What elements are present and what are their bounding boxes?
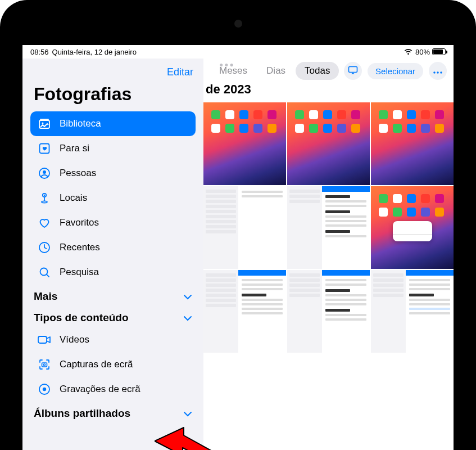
search-icon [37, 265, 52, 280]
svg-point-1 [42, 123, 44, 124]
photo-thumb[interactable] [287, 102, 370, 185]
svg-point-4 [43, 170, 46, 174]
battery-icon [432, 48, 446, 55]
sidebar-item-label: Capturas de ecrã [60, 359, 133, 370]
camera-viewfinder-icon [37, 357, 52, 372]
sidebar-item-label: Recentes [60, 242, 100, 253]
sidebar-item-label: Para si [60, 143, 89, 154]
sidebar-item-favorites[interactable]: Favoritos [30, 210, 196, 235]
svg-point-6 [44, 195, 45, 196]
sidebar-item-label: Pesquisa [60, 267, 99, 278]
photo-thumb[interactable] [371, 186, 454, 269]
segment-all[interactable]: Todas [296, 62, 339, 80]
photo-grid [203, 102, 454, 353]
for-you-icon [37, 141, 52, 156]
sidebar-title: Fotografias [22, 80, 203, 111]
status-date: Quinta-feira, 12 de janeiro [52, 48, 137, 56]
photo-thumb[interactable] [371, 102, 454, 185]
svg-point-7 [42, 201, 47, 202]
photo-thumb[interactable] [203, 270, 286, 353]
svg-point-16 [433, 71, 436, 74]
status-bar: 08:56 Quinta-feira, 12 de janeiro 80% [22, 45, 454, 58]
sidebar-item-label: Locais [60, 192, 87, 204]
record-circle-icon [37, 382, 52, 397]
svg-rect-11 [42, 363, 47, 367]
toolbar: Meses Dias Todas Selecionar [203, 58, 454, 80]
sidebar-item-label: Vídeos [60, 334, 89, 345]
wifi-icon [404, 48, 413, 55]
airplay-button[interactable] [344, 62, 362, 80]
sidebar-item-label: Pessoas [60, 168, 96, 179]
section-label: Tipos de conteúdo [34, 312, 129, 324]
sidebar-item-recents[interactable]: Recentes [30, 235, 196, 260]
chevron-down-icon [183, 312, 192, 324]
section-header-content-types[interactable]: Tipos de conteúdo [22, 306, 203, 327]
svg-rect-15 [349, 66, 357, 72]
sidebar-item-library[interactable]: Biblioteca [30, 111, 196, 136]
sidebar-item-label: Biblioteca [60, 118, 101, 129]
ipad-bezel: 08:56 Quinta-feira, 12 de janeiro 80% ●●… [0, 0, 476, 450]
sidebar-item-screenshots[interactable]: Capturas de ecrã [30, 352, 196, 377]
more-button[interactable] [429, 62, 447, 80]
photo-thumb[interactable] [203, 102, 286, 185]
person-circle-icon [37, 166, 52, 181]
svg-point-14 [43, 388, 46, 391]
svg-point-18 [440, 71, 442, 74]
front-camera [234, 20, 242, 28]
map-pin-icon [37, 191, 52, 205]
sidebar-item-screen-recordings[interactable]: Gravações de ecrã [30, 377, 196, 402]
sidebar-item-for-you[interactable]: Para si [30, 136, 196, 161]
section-header-more[interactable]: Mais [22, 285, 203, 306]
library-icon [37, 116, 52, 131]
section-header-shared-albums[interactable]: Álbuns partilhados [22, 402, 203, 423]
screen: 08:56 Quinta-feira, 12 de janeiro 80% ●●… [22, 45, 454, 450]
main-content: Meses Dias Todas Selecionar [203, 58, 454, 450]
sidebar-item-label: Favoritos [60, 217, 99, 228]
sidebar-item-videos[interactable]: Vídeos [30, 327, 196, 352]
video-icon [37, 332, 52, 347]
clock-icon [37, 240, 52, 255]
sidebar-item-people[interactable]: Pessoas [30, 161, 196, 186]
battery-percent: 80% [415, 48, 430, 56]
sidebar-item-label: Gravações de ecrã [60, 384, 140, 395]
photo-thumb[interactable] [287, 186, 370, 269]
edit-button[interactable]: Editar [167, 66, 193, 78]
photo-thumb[interactable] [287, 270, 370, 353]
photo-thumb[interactable] [371, 270, 454, 353]
heart-icon [37, 215, 52, 230]
select-button[interactable]: Selecionar [368, 63, 423, 79]
sidebar-item-places[interactable]: Locais [30, 186, 196, 210]
grid-heading: de 2023 [203, 80, 454, 102]
photo-thumb[interactable] [203, 186, 286, 269]
svg-rect-10 [38, 336, 47, 343]
section-label: Mais [34, 290, 57, 303]
drag-handle-icon[interactable]: ●●● [219, 61, 235, 69]
chevron-down-icon [183, 290, 192, 303]
section-label: Álbuns partilhados [34, 407, 130, 420]
chevron-down-icon [183, 407, 192, 420]
svg-point-17 [437, 71, 439, 74]
sidebar: Editar Fotografias Biblioteca Para [22, 58, 203, 450]
segment-days[interactable]: Dias [257, 62, 294, 80]
status-time: 08:56 [30, 48, 49, 56]
airplay-icon [348, 66, 358, 76]
sidebar-item-search[interactable]: Pesquisa [30, 260, 196, 285]
svg-point-12 [43, 364, 45, 366]
more-icon [433, 67, 443, 75]
